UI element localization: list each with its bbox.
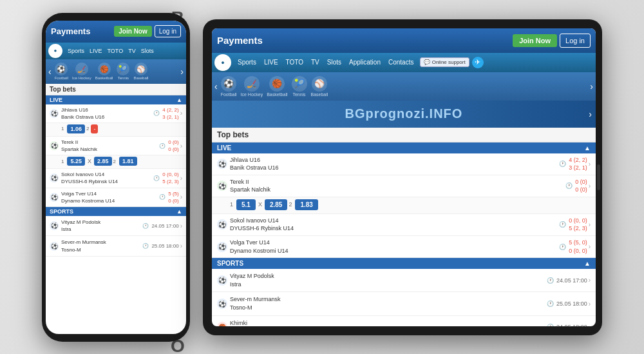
tablet-match-3[interactable]: ⚽ Sokol Ivanovo U14 DYUSSH-6 Rybinsk U14… [212,214,596,236]
tablet-telegram-icon[interactable]: ✈ [472,57,484,68]
tablet-nav-toto[interactable]: TOTO [282,59,307,66]
tablet-sports-section-header: SPORTS ▲ [212,258,596,269]
phone-live-label: LIVE [50,97,62,103]
phone-sport-icehockey[interactable]: 🏒 Ice Hockey [72,63,91,80]
phone-match-4[interactable]: ⚽ Volga Tver U14 Dynamo Kostroma U14 🕐 5… [46,188,186,207]
phone-match2-arrow[interactable]: › [180,143,182,150]
tablet-sport2-team1: Sever-m Murmansk [230,295,544,304]
phone-sport-arrow-right[interactable]: › [180,66,184,77]
tablet-icehockey-icon: 🏒 [244,76,260,92]
phone-nav-live[interactable]: LIVE [87,48,105,54]
phone-odds1-btn1[interactable]: 1.06 [67,124,85,133]
tablet-sport1-arrow[interactable]: › [589,277,591,284]
tablet-match-2[interactable]: ⚽ Terek II Spartak Nalchik 🕐 0 (0) 0 (0)… [212,175,596,197]
tablet-match-1[interactable]: ⚽ Jihlava U16 Banik Ostrava U16 🕐 4 (2, … [212,153,596,175]
phone-sport-match-1[interactable]: ⚽ Vityaz M Podolsk Istra 🕐 24.05 17:00 › [46,216,186,236]
phone-odds2-label1: 1 [61,159,64,164]
tablet-nav-tv[interactable]: TV [307,59,323,66]
phone-nav-tv[interactable]: TV [126,48,138,54]
tablet-sport-baseball[interactable]: ⚾ Baseball [311,76,328,97]
tablet-match3-team2: DYUSSH-6 Rybinsk U14 [230,224,556,233]
phone-icehockey-label: Ice Hockey [72,76,91,80]
tablet-nav-slots[interactable]: Slots [323,59,345,66]
tablet-odds2-x: X [258,201,262,208]
tablet-nav-application[interactable]: Application [345,59,384,66]
tablet-sport3-time: 24.05 18:00 [556,324,587,326]
tablet-sport-icehockey[interactable]: 🏒 Ice Hockey [241,76,263,97]
tablet-banner-arrow[interactable]: › [589,109,592,119]
tablet-football-icon: ⚽ [221,76,236,92]
phone-odds1-label2: 2 [86,126,89,132]
phone-football-label: Football [55,76,68,80]
phone-match4-team1: Volga Tver U14 [61,190,156,197]
phone-nav-sports[interactable]: Sports [65,48,87,54]
tablet-odds2-btn1[interactable]: 5.1 [236,199,256,210]
phone-sport1-arrow[interactable]: › [180,222,182,230]
phone-odds2-btn1[interactable]: 5.25 [67,157,85,166]
phone-sport-match-2[interactable]: ⚽ Sever-m Murmansk Tosno-M 🕐 25.05 18:00… [46,236,186,256]
phone-match-3[interactable]: ⚽ Sokol Ivanovo U14 DYUSSH-6 Rybinsk U14… [46,169,186,188]
phone-sport2-arrow[interactable]: › [180,242,182,250]
phone-sport-arrow-left[interactable]: ‹ [48,66,52,77]
tablet-odds2-btnx[interactable]: 2.85 [265,199,287,210]
tablet-match1-arrow[interactable]: › [589,161,591,168]
tablet-sport-tennis[interactable]: 🎾 Tennis [292,76,307,97]
tablet-match2-arrow[interactable]: › [589,182,591,190]
tablet-sport-match-2[interactable]: ⚽ Sever-m Murmansk Tosno-M 🕐 25.05 18:00… [212,292,596,315]
phone-sport-baseball[interactable]: ⚾ Baseball [133,63,148,80]
phone-sport1-clock: 🕐 [142,223,149,229]
tablet-nav-contacts[interactable]: Contacts [384,59,417,66]
tablet-sport-basketball[interactable]: 🏀 Basketball [267,76,287,97]
phone-join-button[interactable]: Join Now [114,26,151,37]
phone-tennis-label: Tennis [118,76,129,80]
tablet-sport-match-3[interactable]: 🏀 Khimki CSKA Moscow 🕐 24.05 18:00 › [212,316,596,326]
tablet-match4-arrow[interactable]: › [589,243,591,250]
tablet-sport-arrow-right[interactable]: › [590,81,593,92]
phone-sport-tennis[interactable]: 🎾 Tennis [117,63,129,80]
phone-match1-team2: Banik Ostrava U16 [61,113,151,121]
tablet-join-button[interactable]: Join Now [513,34,557,47]
phone-nav-slots[interactable]: Slots [138,48,156,54]
tablet-sport3-icon: 🏀 [217,322,227,326]
phone-icehockey-icon: 🏒 [75,63,88,75]
tablet-sport-arrow-left[interactable]: ‹ [214,81,218,92]
phone-sport-football[interactable]: ⚽ Football [55,63,68,80]
phone-odds2-btnx[interactable]: 2.85 [94,157,112,166]
phone-odds2-label2: 2 [113,159,116,164]
tablet-login-button[interactable]: Log in [560,34,591,48]
tablet-sport-match-1[interactable]: ⚽ Vityaz M Podolsk Istra 🕐 24.05 17:00 › [212,269,596,292]
phone-site-title: Payments [51,26,114,36]
phone-match3-arrow[interactable]: › [180,175,182,182]
phone-login-button[interactable]: Log in [155,25,181,37]
phone-odds2-btn2[interactable]: 1.81 [119,157,137,166]
tablet-match4-teams: Volga Tver U14 Dynamo Kostromi U14 [230,239,556,255]
tablet-baseball-label: Baseball [311,92,328,97]
phone-match1-arrow[interactable]: › [180,110,182,117]
phone-match-1[interactable]: ⚽ Jihlava U16 Banik Ostrava U16 🕐 4 (2, … [46,104,186,123]
phone-nav-toto[interactable]: TOTO [105,48,126,54]
tablet-basketball-label: Basketball [267,92,287,97]
phone-match3-team1: Sokol Ivanovo U14 [61,171,151,178]
tablet-nav-live[interactable]: LIVE [260,59,282,66]
tablet-match-4[interactable]: ⚽ Volga Tver U14 Dynamo Kostromi U14 🕐 5… [212,236,596,258]
tablet-sport-football[interactable]: ⚽ Football [221,76,237,97]
phone-sport-basketball[interactable]: 🏀 Basketball [95,63,113,80]
tablet-sport2-arrow[interactable]: › [589,300,591,308]
phone-odds1-btn2[interactable]: - [91,124,98,133]
tablet-sport3-arrow[interactable]: › [589,324,591,326]
tablet-match2-team1: Terek II [230,178,563,186]
tablet-match1-team2: Banik Ostrava U16 [230,164,556,172]
tablet-sports-arrow: ▲ [584,260,591,267]
tablet-odds2-btn2[interactable]: 1.83 [295,199,317,210]
tablet-sport1-team2: Istra [230,280,544,289]
phone-match4-team2: Dynamo Kostroma U14 [61,197,156,204]
tablet-side-button[interactable] [597,164,600,190]
phone-sport1-icon: ⚽ [50,221,59,230]
tablet-top-bets-title: Top bets [212,128,596,143]
tablet-match3-arrow[interactable]: › [589,221,591,228]
tablet-online-support[interactable]: 💬 Online support [420,57,469,67]
phone-match-2[interactable]: ⚽ Terek II Spartak Nalchik 🕐 0 (0) 0 (0)… [46,137,186,155]
tablet-nav-sports[interactable]: Sports [234,59,260,66]
phone-match3-sport-icon: ⚽ [50,173,59,182]
phone-match4-arrow[interactable]: › [180,193,182,201]
